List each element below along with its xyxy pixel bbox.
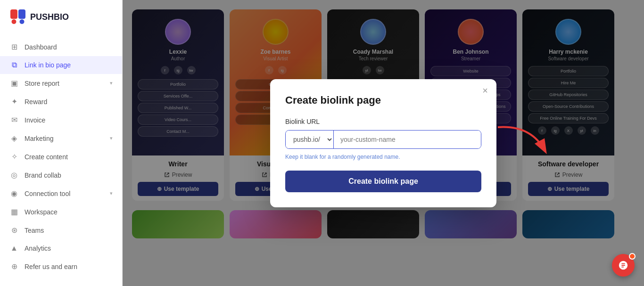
sidebar-item-reward[interactable]: ✦ Reward <box>0 92 122 111</box>
link-icon: ⧉ <box>9 61 19 69</box>
sidebar-item-label: Create content <box>25 153 68 161</box>
brand-name: PUSHBIO <box>30 12 69 22</box>
sidebar-item-label: Dashboard <box>25 43 57 51</box>
main-content: Lexxie Author f ig tw Portfolio Services… <box>123 0 644 286</box>
sidebar-item-label: Teams <box>25 227 44 234</box>
chat-float-button[interactable] <box>612 254 635 277</box>
store-icon: ▣ <box>9 79 19 88</box>
chevron-down-icon: ▾ <box>110 80 113 86</box>
sidebar-item-link-in-bio[interactable]: ⧉ Link in bio page <box>0 56 122 74</box>
dashboard-icon: ⊞ <box>9 42 19 51</box>
sidebar-item-invoice[interactable]: ✉ Invoice <box>0 111 122 129</box>
svg-rect-1 <box>18 9 25 19</box>
sidebar: PUSHBIO ⊞ Dashboard ⧉ Link in bio page ▣… <box>0 0 123 286</box>
sidebar-item-label: Refer us and earn <box>25 263 77 270</box>
sidebar-item-dashboard[interactable]: ⊞ Dashboard <box>0 38 122 56</box>
sidebar-item-teams[interactable]: ⊛ Teams <box>0 221 122 239</box>
logo: PUSHBIO <box>0 0 122 34</box>
chevron-down-icon: ▾ <box>110 135 113 141</box>
sidebar-item-store-report[interactable]: ▣ Store report ▾ <box>0 74 122 92</box>
sidebar-item-label: Link in bio page <box>25 61 71 69</box>
sidebar-item-label: Workspace <box>25 208 58 216</box>
sidebar-item-create-content[interactable]: ✧ Create content <box>0 147 122 166</box>
brand-icon: ◎ <box>9 171 19 180</box>
notification-badge <box>629 253 636 260</box>
analytics-icon: ▲ <box>9 244 19 253</box>
pushbio-logo-icon <box>9 8 26 25</box>
workspace-icon: ▦ <box>9 207 19 216</box>
url-input-row: pushb.io/ <box>285 130 481 149</box>
refer-icon: ⊕ <box>9 262 19 271</box>
url-custom-name-input[interactable] <box>334 131 481 148</box>
sidebar-item-label: Analytics <box>25 245 51 252</box>
reward-icon: ✦ <box>9 97 19 106</box>
modal-overlay[interactable]: × Create biolink page Biolink URL pushb.… <box>123 0 644 286</box>
sidebar-item-label: Marketing <box>25 135 53 142</box>
create-icon: ✧ <box>9 152 19 161</box>
svg-rect-0 <box>10 9 17 19</box>
sidebar-item-analytics[interactable]: ▲ Analytics <box>0 239 122 257</box>
sidebar-item-connection-tool[interactable]: ◉ Connection tool ▾ <box>0 184 122 203</box>
sidebar-item-label: Reward <box>25 98 47 106</box>
svg-point-3 <box>20 19 25 24</box>
sidebar-item-brand-collab[interactable]: ◎ Brand collab <box>0 166 122 184</box>
sidebar-item-label: Brand collab <box>25 172 61 179</box>
sidebar-item-label: Invoice <box>25 116 45 124</box>
modal-title: Create biolink page <box>285 94 481 106</box>
sidebar-item-workspace[interactable]: ▦ Workspace <box>0 203 122 221</box>
create-biolink-button[interactable]: Create biolink page <box>285 171 481 192</box>
sidebar-item-refer[interactable]: ⊕ Refer us and earn <box>0 257 122 276</box>
chevron-down-icon: ▾ <box>110 190 113 196</box>
connection-icon: ◉ <box>9 189 19 198</box>
url-hint: Keep it blank for a randomly generated n… <box>285 154 481 160</box>
url-prefix-select[interactable]: pushb.io/ <box>286 131 334 148</box>
create-biolink-modal: × Create biolink page Biolink URL pushb.… <box>270 79 496 207</box>
red-arrow-indicator <box>493 123 550 162</box>
red-arrow-svg <box>493 123 550 160</box>
marketing-icon: ◈ <box>9 134 19 143</box>
modal-close-button[interactable]: × <box>482 86 488 95</box>
sidebar-item-label: Store report <box>25 80 59 87</box>
teams-icon: ⊛ <box>9 226 19 235</box>
sidebar-item-label: Connection tool <box>25 190 70 197</box>
chat-icon <box>618 260 628 270</box>
invoice-icon: ✉ <box>9 115 19 124</box>
biolink-url-label: Biolink URL <box>285 118 481 125</box>
sidebar-nav: ⊞ Dashboard ⧉ Link in bio page ▣ Store r… <box>0 34 122 279</box>
sidebar-item-marketing[interactable]: ◈ Marketing ▾ <box>0 129 122 147</box>
svg-point-2 <box>12 19 17 24</box>
